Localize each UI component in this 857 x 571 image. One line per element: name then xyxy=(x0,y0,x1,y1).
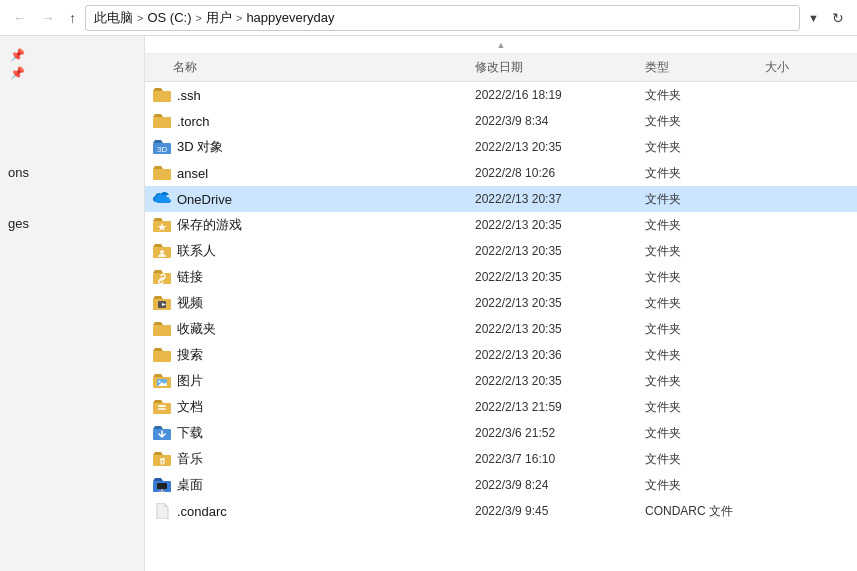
file-name-cell: 保存的游戏 xyxy=(145,216,475,234)
file-icon xyxy=(153,243,171,259)
path-dropdown-button[interactable]: ▼ xyxy=(804,10,823,26)
file-type-cell: 文件夹 xyxy=(645,165,765,182)
file-name-cell: ansel xyxy=(145,165,475,181)
table-row[interactable]: .torch 2022/3/9 8:34 文件夹 xyxy=(145,108,857,134)
file-type-cell: 文件夹 xyxy=(645,425,765,442)
svg-marker-16 xyxy=(153,270,163,273)
table-row[interactable]: OneDrive 2022/2/13 20:37 文件夹 xyxy=(145,186,857,212)
file-name-cell: 下载 xyxy=(145,424,475,442)
svg-marker-8 xyxy=(153,166,163,169)
table-row[interactable]: ansel 2022/2/8 10:26 文件夹 xyxy=(145,160,857,186)
table-row[interactable]: 文档 2022/2/13 21:59 文件夹 xyxy=(145,394,857,420)
svg-marker-40 xyxy=(153,478,163,481)
file-type-cell: 文件夹 xyxy=(645,373,765,390)
file-name-text: .ssh xyxy=(177,88,201,103)
file-name-cell: .condarc xyxy=(145,503,475,519)
table-row[interactable]: 保存的游戏 2022/2/13 20:35 文件夹 xyxy=(145,212,857,238)
svg-marker-27 xyxy=(153,374,163,377)
table-row[interactable]: 收藏夹 2022/2/13 20:35 文件夹 xyxy=(145,316,857,342)
path-drive[interactable]: OS (C:) xyxy=(147,10,191,25)
file-area: ▲ 名称 修改日期 类型 大小 .ssh 2022/2/16 18:19 文件夹 xyxy=(145,36,857,571)
svg-marker-10 xyxy=(153,218,163,221)
back-button[interactable]: ← xyxy=(8,7,32,29)
svg-rect-41 xyxy=(157,483,167,489)
file-type-cell: 文件夹 xyxy=(645,191,765,208)
file-type-cell: 文件夹 xyxy=(645,243,765,260)
file-date-cell: 2022/2/13 20:35 xyxy=(475,322,645,336)
file-name-cell: 收藏夹 xyxy=(145,320,475,338)
file-list[interactable]: .ssh 2022/2/16 18:19 文件夹 .torch 2022/3/9… xyxy=(145,82,857,571)
pin-icon-2[interactable]: 📌 xyxy=(8,64,27,82)
col-header-date[interactable]: 修改日期 xyxy=(475,59,645,76)
file-date-cell: 2022/2/13 21:59 xyxy=(475,400,645,414)
table-row[interactable]: 链接 2022/2/13 20:35 文件夹 xyxy=(145,264,857,290)
table-row[interactable]: 音乐 2022/3/7 16:10 文件夹 xyxy=(145,446,857,472)
file-name-text: 音乐 xyxy=(177,450,203,468)
svg-rect-34 xyxy=(158,408,166,410)
path-users[interactable]: 用户 xyxy=(206,9,232,27)
pin-icon-1[interactable]: 📌 xyxy=(8,46,27,64)
file-type-cell: 文件夹 xyxy=(645,321,765,338)
svg-rect-43 xyxy=(159,491,165,492)
main-layout: 📌 📌 ons ges ▲ 名称 修改日期 类型 xyxy=(0,36,857,571)
up-button[interactable]: ↑ xyxy=(64,7,81,29)
file-name-text: 搜索 xyxy=(177,346,203,364)
file-name-text: 图片 xyxy=(177,372,203,390)
col-header-type[interactable]: 类型 xyxy=(645,59,765,76)
file-name-text: 联系人 xyxy=(177,242,216,260)
svg-text:3D: 3D xyxy=(157,145,167,154)
svg-rect-22 xyxy=(153,325,171,336)
file-icon xyxy=(153,113,171,129)
svg-rect-2 xyxy=(153,117,171,128)
refresh-button[interactable]: ↻ xyxy=(827,7,849,29)
svg-marker-5 xyxy=(153,140,163,143)
file-date-cell: 2022/2/13 20:35 xyxy=(475,244,645,258)
file-icon xyxy=(153,269,171,285)
file-date-cell: 2022/2/16 18:19 xyxy=(475,88,645,102)
file-date-cell: 2022/3/7 16:10 xyxy=(475,452,645,466)
file-name-text: 收藏夹 xyxy=(177,320,216,338)
path-user[interactable]: happyeveryday xyxy=(246,10,334,25)
file-name-text: 3D 对象 xyxy=(177,138,223,156)
file-type-cell: 文件夹 xyxy=(645,269,765,286)
svg-rect-24 xyxy=(153,351,171,362)
table-row[interactable]: 搜索 2022/2/13 20:36 文件夹 xyxy=(145,342,857,368)
table-row[interactable]: 联系人 2022/2/13 20:35 文件夹 xyxy=(145,238,857,264)
table-row[interactable]: .condarc 2022/3/9 9:45 CONDARC 文件 xyxy=(145,498,857,524)
file-type-cell: 文件夹 xyxy=(645,113,765,130)
file-type-cell: 文件夹 xyxy=(645,139,765,156)
file-date-cell: 2022/2/13 20:37 xyxy=(475,192,645,206)
table-row[interactable]: 视频 2022/2/13 20:35 文件夹 xyxy=(145,290,857,316)
svg-rect-7 xyxy=(153,169,171,180)
address-path[interactable]: 此电脑 > OS (C:) > 用户 > happyeveryday xyxy=(85,5,800,31)
table-row[interactable]: 图片 2022/2/13 20:35 文件夹 xyxy=(145,368,857,394)
file-type-cell: 文件夹 xyxy=(645,477,765,494)
file-name-cell: 文档 xyxy=(145,398,475,416)
file-type-cell: 文件夹 xyxy=(645,347,765,364)
col-header-name[interactable]: 名称 xyxy=(145,59,475,76)
table-row[interactable]: 桌面 2022/3/9 8:24 文件夹 xyxy=(145,472,857,498)
sidebar-item-ges[interactable]: ges xyxy=(0,213,144,234)
file-name-text: 桌面 xyxy=(177,476,203,494)
file-type-cell: 文件夹 xyxy=(645,451,765,468)
forward-button[interactable]: → xyxy=(36,7,60,29)
address-bar: ← → ↑ 此电脑 > OS (C:) > 用户 > happyeveryday… xyxy=(0,0,857,36)
path-computer[interactable]: 此电脑 xyxy=(94,9,133,27)
file-icon: 3D xyxy=(153,139,171,155)
sidebar: 📌 📌 ons ges xyxy=(0,36,145,571)
file-type-cell: 文件夹 xyxy=(645,217,765,234)
table-row[interactable]: 下载 2022/3/6 21:52 文件夹 xyxy=(145,420,857,446)
file-date-cell: 2022/3/9 8:24 xyxy=(475,478,645,492)
svg-marker-13 xyxy=(153,244,163,247)
file-name-text: OneDrive xyxy=(177,192,232,207)
svg-point-14 xyxy=(160,250,164,254)
sidebar-item-ons[interactable]: ons xyxy=(0,162,144,183)
table-row[interactable]: 3D 3D 对象 2022/2/13 20:35 文件夹 xyxy=(145,134,857,160)
svg-marker-1 xyxy=(153,88,163,91)
file-name-cell: OneDrive xyxy=(145,191,475,207)
file-name-cell: 搜索 xyxy=(145,346,475,364)
file-icon xyxy=(153,87,171,103)
col-header-size[interactable]: 大小 xyxy=(765,59,845,76)
file-name-cell: 图片 xyxy=(145,372,475,390)
table-row[interactable]: .ssh 2022/2/16 18:19 文件夹 xyxy=(145,82,857,108)
